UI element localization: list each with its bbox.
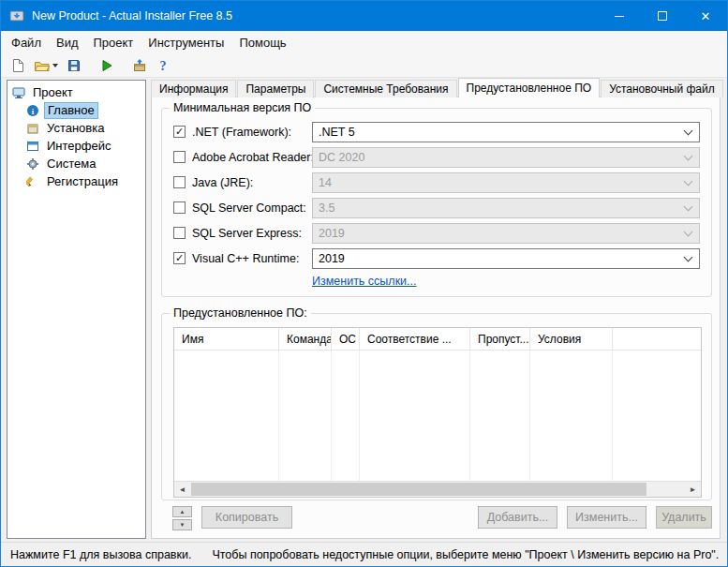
chevron-down-icon	[684, 228, 693, 237]
help-icon: ?	[156, 58, 171, 73]
acrobat-reader-checkbox[interactable]	[173, 151, 186, 163]
open-dropdown-icon	[52, 64, 58, 67]
column-name[interactable]: Имя	[174, 328, 279, 350]
app-window: New Product - Actual Installer Free 8.5 …	[0, 0, 728, 567]
maximize-button[interactable]	[641, 1, 684, 31]
save-project-button[interactable]	[64, 56, 84, 75]
group-title: Минимальная версия ПО	[170, 101, 315, 114]
sql-express-label: SQL Server Express:	[192, 227, 302, 240]
tree-item-label: Главное	[44, 102, 98, 119]
tree-item-label: Проект	[30, 85, 76, 100]
menu-bar: Файл Вид Проект Инструменты Помощь	[1, 31, 727, 53]
chevron-down-icon	[684, 253, 693, 262]
menu-tools[interactable]: Инструменты	[141, 33, 231, 52]
combo-value: 14	[319, 176, 332, 189]
tree-item-project[interactable]: Проект	[7, 83, 145, 101]
scroll-left-icon[interactable]	[174, 482, 190, 497]
tab-system-requirements[interactable]: Системные Требования	[315, 80, 456, 97]
software-row: Visual C++ Runtime: 2019	[162, 248, 711, 269]
run-test-icon	[99, 58, 114, 73]
vcpp-runtime-label: Visual C++ Runtime:	[192, 252, 299, 265]
combo-value: .NET 5	[319, 126, 355, 139]
tree-item-system[interactable]: Система	[7, 155, 145, 172]
net-framework-checkbox[interactable]	[173, 126, 186, 138]
menu-view[interactable]: Вид	[49, 33, 86, 52]
move-up-button[interactable]	[172, 506, 192, 517]
column-conditions[interactable]: Условия	[530, 328, 613, 350]
column-skip[interactable]: Пропуст...	[470, 328, 530, 350]
chevron-down-icon	[684, 152, 693, 161]
tab-information[interactable]: Информация	[151, 80, 236, 97]
open-project-button[interactable]	[31, 56, 61, 75]
minimize-icon	[615, 16, 624, 17]
sql-compact-checkbox[interactable]	[173, 201, 186, 214]
status-hint: Нажмите F1 для вызова справки.	[10, 548, 191, 561]
net-framework-label: .NET (Framework):	[192, 126, 291, 139]
scroll-right-icon[interactable]	[685, 482, 701, 497]
help-button[interactable]: ?	[153, 56, 173, 75]
tab-setup-file[interactable]: Установочный файл	[601, 80, 723, 97]
prerequisites-group: Предустановленное ПО: Имя Команда ОС Соо…	[161, 313, 712, 500]
tab-strip: Информация Параметры Системные Требовани…	[151, 78, 721, 97]
window-title: New Product - Actual Installer Free 8.5	[32, 9, 598, 22]
sql-compact-label: SQL Server Compact:	[192, 201, 306, 215]
registration-icon	[26, 175, 39, 188]
install-icon	[26, 122, 39, 135]
sql-express-checkbox[interactable]	[173, 227, 186, 239]
tree-item-label: Интерфейс	[44, 139, 113, 154]
software-row: .NET (Framework): .NET 5	[162, 122, 711, 142]
acrobat-reader-label: Adobe Acrobat Reader:	[192, 151, 314, 164]
interface-icon	[26, 140, 39, 153]
tree-item-registration[interactable]: Регистрация	[7, 172, 145, 190]
new-project-button[interactable]	[7, 56, 28, 75]
title-bar: New Product - Actual Installer Free 8.5	[1, 1, 727, 31]
move-down-button[interactable]	[172, 519, 192, 530]
vcpp-runtime-checkbox[interactable]	[173, 252, 186, 264]
column-filler	[613, 328, 701, 350]
combo-value: 3.5	[319, 201, 334, 215]
menu-project[interactable]: Проект	[86, 33, 141, 52]
tab-parameters[interactable]: Параметры	[237, 80, 314, 97]
build-installer-button[interactable]	[129, 56, 150, 75]
main-area: Проект i Главное Установка Интерфейс	[1, 78, 727, 541]
save-project-icon	[67, 58, 82, 73]
group-title: Предустановленное ПО:	[170, 306, 311, 320]
tree-item-label: Установка	[44, 121, 107, 136]
column-command[interactable]: Команда	[279, 328, 332, 350]
scrollbar-thumb[interactable]	[191, 483, 646, 496]
minimize-button[interactable]	[598, 1, 641, 31]
edit-button[interactable]: Изменить...	[567, 506, 646, 529]
min-versions-group: Минимальная версия ПО .NET (Framework): …	[161, 108, 712, 297]
vcpp-runtime-version-combo[interactable]: 2019	[312, 248, 700, 269]
software-row: SQL Server Compact: 3.5	[162, 198, 711, 218]
tab-preinstalled-software[interactable]: Предустановленное ПО	[458, 78, 601, 97]
chevron-down-icon	[684, 177, 693, 187]
acrobat-reader-version-combo: DC 2020	[312, 147, 700, 168]
tree-item-main[interactable]: i Главное	[7, 101, 145, 119]
close-button[interactable]	[684, 1, 727, 31]
chevron-down-icon	[684, 202, 693, 212]
column-os[interactable]: ОС	[332, 328, 360, 350]
delete-button[interactable]: Удалить	[656, 506, 712, 529]
horizontal-scrollbar[interactable]	[174, 481, 701, 497]
tree-item-interface[interactable]: Интерфейс	[7, 137, 145, 155]
maximize-icon	[658, 11, 667, 21]
tree-item-label: Регистрация	[44, 174, 121, 189]
menu-file[interactable]: Файл	[4, 33, 49, 52]
svg-text:?: ?	[160, 59, 167, 73]
tree-item-label: Система	[44, 157, 98, 172]
menu-help[interactable]: Помощь	[231, 33, 293, 52]
net-framework-version-combo[interactable]: .NET 5	[312, 122, 700, 142]
tree-item-install[interactable]: Установка	[7, 119, 145, 137]
edit-links-link[interactable]: Изменить ссылки...	[312, 275, 417, 288]
column-os-match[interactable]: Соответствие ...	[360, 328, 470, 350]
combo-value: DC 2020	[319, 151, 364, 164]
add-button[interactable]: Добавить...	[478, 506, 557, 529]
tab-page: Минимальная версия ПО .NET (Framework): …	[151, 97, 721, 539]
run-test-button[interactable]	[97, 56, 117, 75]
app-icon	[9, 8, 24, 23]
toolbar: ?	[1, 53, 727, 78]
copy-button[interactable]: Копировать	[201, 506, 292, 529]
close-icon	[701, 7, 711, 24]
java-jre-checkbox[interactable]	[173, 176, 186, 188]
